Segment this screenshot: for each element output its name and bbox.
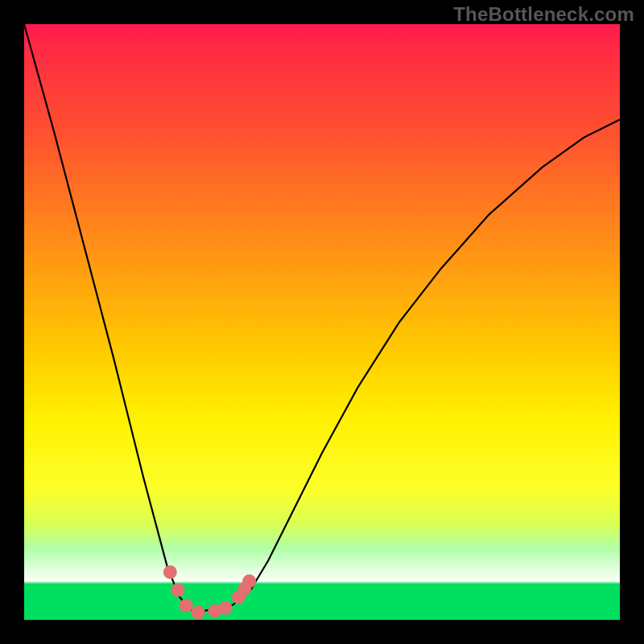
curve-marker [163, 565, 177, 579]
watermark-text: TheBottleneck.com [453, 3, 634, 26]
bottleneck-curve [24, 24, 620, 611]
curve-marker [171, 584, 184, 597]
curve-marker [219, 601, 233, 615]
curve-markers [163, 565, 256, 619]
curve-marker [242, 574, 256, 588]
curve-marker [180, 599, 193, 613]
chart-plot-area [24, 24, 620, 620]
curve-marker [192, 606, 205, 620]
chart-svg [24, 24, 620, 620]
chart-frame: TheBottleneck.com [0, 0, 644, 644]
